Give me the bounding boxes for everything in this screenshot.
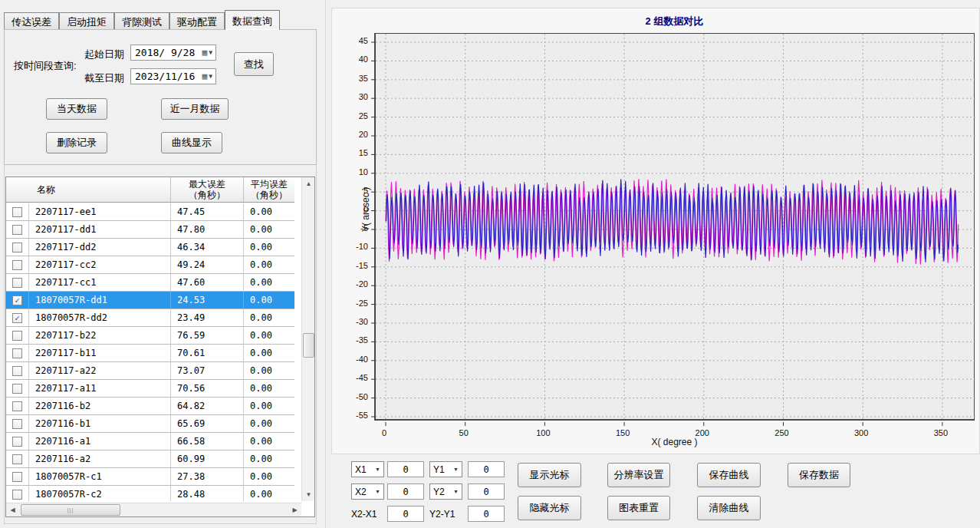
- table-row[interactable]: 2207117-b2276.590.00: [6, 327, 294, 345]
- y-tick-label: 10: [337, 167, 368, 177]
- row-checkbox[interactable]: [12, 490, 22, 500]
- horizontal-scrollbar[interactable]: ◀ ||| ▶: [6, 503, 301, 516]
- tab-1[interactable]: 启动扭矩: [59, 12, 114, 29]
- row-checkbox[interactable]: [12, 207, 22, 217]
- column-header-max-error[interactable]: 最大误差（角秒）: [171, 177, 244, 202]
- row-name: 18070057R-dd2: [29, 309, 171, 326]
- table-row[interactable]: 2207117-cc249.240.00: [6, 256, 294, 274]
- row-name: 2207117-a11: [29, 380, 171, 397]
- y-tick-label: 5: [337, 186, 368, 195]
- table-row[interactable]: 2207117-cc147.600.00: [6, 274, 294, 292]
- row-name: 2207117-cc2: [29, 256, 171, 273]
- scroll-down-icon[interactable]: ▼: [302, 488, 315, 501]
- chevron-down-icon[interactable]: ▼: [207, 73, 215, 80]
- calendar-icon[interactable]: ▦: [202, 48, 208, 57]
- dy-value-field[interactable]: [468, 506, 505, 522]
- column-header-avg-error[interactable]: 平均误差（角秒）: [244, 177, 294, 202]
- x-tick-label: 100: [526, 428, 560, 437]
- vertical-scrollbar-thumb[interactable]: [303, 333, 314, 358]
- table-row[interactable]: 2207117-ee147.450.00: [6, 203, 294, 221]
- row-checkbox[interactable]: [12, 472, 22, 482]
- table-row[interactable]: ✓18070057R-dd223.490.00: [6, 309, 294, 327]
- month-data-button[interactable]: 近一月数据: [161, 98, 229, 120]
- show-cursor-button[interactable]: 显示光标: [518, 463, 581, 487]
- x1-value-field[interactable]: [387, 461, 424, 477]
- row-name: 2207117-ee1: [29, 203, 171, 220]
- horizontal-scrollbar-thumb[interactable]: |||: [21, 504, 120, 516]
- table-row[interactable]: 18070057R-c228.480.00: [6, 486, 294, 501]
- y-tick-label: -45: [337, 373, 368, 382]
- results-table: 名称 最大误差（角秒） 平均误差（角秒） 2207117-ee147.450.0…: [5, 177, 315, 517]
- tab-2[interactable]: 背隙测试: [114, 12, 169, 29]
- end-date-field[interactable]: 2023/11/16 ▦ ▼: [130, 68, 216, 84]
- tab-3[interactable]: 驱动配置: [169, 12, 225, 29]
- x1-cursor-select[interactable]: X1▼: [351, 461, 384, 477]
- x2-value-field[interactable]: [387, 483, 424, 500]
- curve-display-button[interactable]: 曲线显示: [161, 132, 222, 153]
- table-row[interactable]: 2207116-a166.580.00: [6, 433, 294, 450]
- row-checkbox[interactable]: [12, 225, 22, 235]
- row-checkbox[interactable]: [12, 384, 22, 394]
- chart-reset-button[interactable]: 图表重置: [607, 496, 670, 520]
- chevron-down-icon[interactable]: ▼: [207, 49, 215, 56]
- table-row[interactable]: 2207117-a2273.070.00: [6, 362, 294, 380]
- row-checkbox[interactable]: ✓: [12, 313, 22, 323]
- start-date-field[interactable]: 2018/ 9/28 ▦ ▼: [130, 45, 216, 61]
- save-data-button[interactable]: 保存数据: [788, 463, 850, 487]
- row-checkbox[interactable]: [12, 454, 22, 464]
- row-max-error: 24.53: [171, 292, 244, 309]
- checkbox-cell: [6, 327, 29, 344]
- table-row[interactable]: 2207116-b264.820.00: [6, 398, 294, 415]
- row-checkbox[interactable]: [12, 437, 22, 447]
- row-checkbox[interactable]: [12, 401, 22, 411]
- tab-0[interactable]: 传达误差: [4, 12, 59, 29]
- y-tick-label: 35: [337, 74, 368, 83]
- y-tick-label: 20: [337, 130, 368, 139]
- plot-area[interactable]: [374, 33, 975, 421]
- row-max-error: 47.80: [171, 221, 244, 238]
- table-row[interactable]: 18070057R-c127.380.00: [6, 468, 294, 486]
- checkbox-cell: [6, 433, 29, 450]
- x-tick-label: 0: [367, 428, 401, 437]
- table-row[interactable]: ✓18070057R-dd124.530.00: [6, 292, 294, 309]
- y-tick-label: 0: [337, 205, 368, 214]
- row-avg-error: 0.00: [244, 239, 294, 256]
- x2-cursor-select[interactable]: X2▼: [351, 483, 384, 500]
- table-row[interactable]: 2207117-dd147.800.00: [6, 221, 294, 239]
- checkbox-cell: [6, 398, 29, 414]
- calendar-icon[interactable]: ▦: [202, 72, 208, 81]
- hide-cursor-button[interactable]: 隐藏光标: [518, 496, 581, 520]
- vertical-scrollbar[interactable]: ▲ ▼: [301, 177, 314, 501]
- row-checkbox[interactable]: [12, 260, 22, 270]
- y2-value-field[interactable]: [468, 483, 505, 500]
- table-row[interactable]: 2207117-b1170.610.00: [6, 345, 294, 362]
- today-data-button[interactable]: 当天数据: [46, 98, 107, 120]
- clear-curve-button[interactable]: 清除曲线: [697, 496, 761, 520]
- y-tick-label: -25: [337, 299, 368, 308]
- tab-4[interactable]: 数据查询: [225, 10, 280, 30]
- scroll-up-icon[interactable]: ▲: [302, 177, 315, 190]
- table-row[interactable]: 2207116-a260.990.00: [6, 450, 294, 468]
- table-row[interactable]: 2207117-a1170.560.00: [6, 380, 294, 398]
- dx-value-field[interactable]: [387, 506, 424, 522]
- delete-record-button[interactable]: 删除记录: [46, 132, 107, 153]
- row-checkbox[interactable]: [12, 243, 22, 252]
- row-checkbox[interactable]: [12, 348, 22, 358]
- checkbox-cell: [6, 221, 29, 238]
- scroll-left-icon[interactable]: ◀: [6, 503, 19, 517]
- row-checkbox[interactable]: [12, 278, 22, 288]
- save-curve-button[interactable]: 保存曲线: [697, 463, 761, 487]
- scroll-right-icon[interactable]: ▶: [288, 503, 301, 517]
- y1-cursor-select[interactable]: Y1▼: [429, 461, 462, 477]
- table-row[interactable]: 2207116-b165.690.00: [6, 415, 294, 433]
- resolution-settings-button[interactable]: 分辨率设置: [607, 463, 670, 487]
- column-header-name[interactable]: 名称: [6, 177, 171, 202]
- y2-cursor-select[interactable]: Y2▼: [429, 483, 462, 500]
- search-button[interactable]: 查找: [234, 52, 274, 76]
- row-checkbox[interactable]: [12, 331, 22, 341]
- row-checkbox[interactable]: [12, 419, 22, 429]
- table-row[interactable]: 2207117-dd246.340.00: [6, 239, 294, 256]
- y1-value-field[interactable]: [468, 461, 505, 477]
- row-checkbox[interactable]: [12, 366, 22, 376]
- row-checkbox[interactable]: ✓: [12, 295, 22, 305]
